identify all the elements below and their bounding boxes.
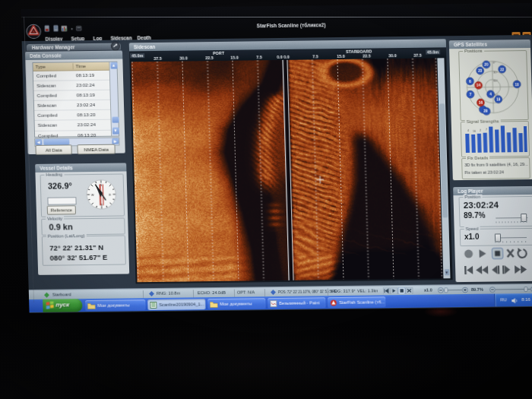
svg-text:7: 7 <box>486 128 487 131</box>
svg-text:14: 14 <box>477 84 481 87</box>
svg-text:16: 16 <box>479 101 483 105</box>
svg-text:30°: 30° <box>493 70 499 74</box>
svg-text:23: 23 <box>478 69 483 73</box>
svg-text:2: 2 <box>480 129 481 132</box>
svg-text:20: 20 <box>484 63 489 67</box>
svg-text:0°: 0° <box>493 61 496 65</box>
svg-text:29: 29 <box>483 109 488 113</box>
svg-text:60°: 60° <box>493 78 499 82</box>
svg-text:10: 10 <box>515 83 520 87</box>
svg-text:22: 22 <box>500 68 505 71</box>
svg-text:W: W <box>91 194 94 197</box>
svg-text:4: 4 <box>467 129 469 132</box>
svg-text:16: 16 <box>473 130 476 133</box>
svg-text:19: 19 <box>496 98 501 102</box>
